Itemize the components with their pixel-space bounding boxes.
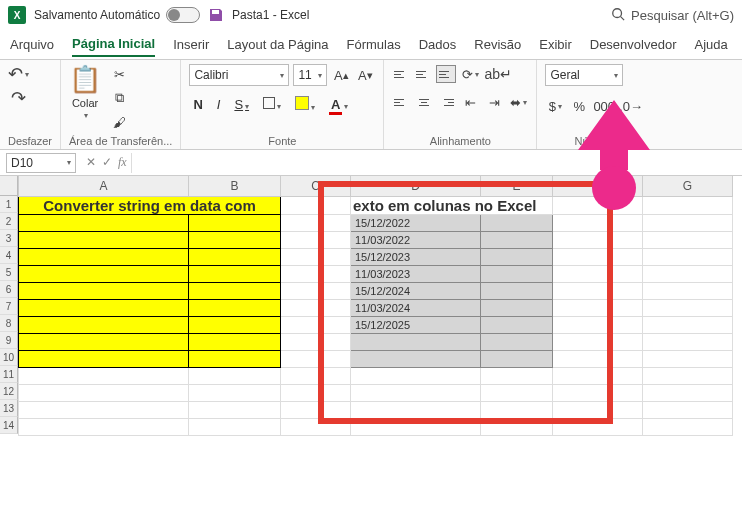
toggle-switch-icon[interactable]	[166, 7, 200, 23]
cell[interactable]	[189, 265, 281, 282]
cell[interactable]	[19, 265, 189, 282]
cell[interactable]	[281, 248, 351, 265]
wrap-text-button[interactable]: ab↵	[484, 64, 512, 84]
row-header[interactable]: 10	[0, 349, 18, 366]
cell[interactable]: 15/12/2023	[351, 248, 481, 265]
cell[interactable]	[281, 299, 351, 316]
align-bottom-button[interactable]	[436, 65, 456, 83]
cell[interactable]	[189, 418, 281, 435]
row-header[interactable]: 14	[0, 417, 18, 434]
cell[interactable]	[553, 282, 643, 299]
cell[interactable]	[643, 299, 733, 316]
cell[interactable]	[643, 265, 733, 282]
cell[interactable]	[281, 282, 351, 299]
italic-button[interactable]: I	[213, 97, 225, 112]
row-header[interactable]: 6	[0, 281, 18, 298]
orientation-button[interactable]: ⟳▾	[460, 64, 480, 84]
cell[interactable]	[481, 367, 553, 384]
cell[interactable]	[281, 231, 351, 248]
merge-button[interactable]: ⬌▾	[508, 92, 528, 112]
cell[interactable]	[481, 265, 553, 282]
percent-button[interactable]: %	[569, 96, 589, 116]
cell[interactable]	[643, 418, 733, 435]
enter-formula-icon[interactable]: ✓	[102, 155, 112, 170]
fill-color-button[interactable]: ▾	[291, 96, 319, 113]
cell[interactable]	[19, 350, 189, 367]
cell[interactable]	[643, 196, 733, 214]
cell[interactable]	[351, 384, 481, 401]
row-header[interactable]: 11	[0, 366, 18, 383]
col-header[interactable]: F	[553, 176, 643, 196]
cell[interactable]	[643, 231, 733, 248]
cell[interactable]	[281, 265, 351, 282]
cell[interactable]	[481, 350, 553, 367]
cell[interactable]	[19, 282, 189, 299]
cell[interactable]	[19, 401, 189, 418]
cell[interactable]	[481, 248, 553, 265]
cell[interactable]	[189, 350, 281, 367]
cell[interactable]	[553, 401, 643, 418]
row-header[interactable]: 13	[0, 400, 18, 417]
cell[interactable]	[19, 299, 189, 316]
cut-button[interactable]: ✂	[109, 64, 129, 84]
cell[interactable]	[19, 333, 189, 350]
cell-title-right[interactable]: exto em colunas no Excel	[351, 196, 553, 214]
increase-indent-button[interactable]: ⇥	[484, 92, 504, 112]
cell[interactable]	[553, 367, 643, 384]
cell[interactable]	[553, 299, 643, 316]
cell[interactable]	[189, 231, 281, 248]
cell[interactable]	[553, 265, 643, 282]
cell[interactable]	[19, 248, 189, 265]
row-header[interactable]: 9	[0, 332, 18, 349]
cell[interactable]	[481, 316, 553, 333]
cell[interactable]	[281, 196, 351, 214]
select-all-corner[interactable]	[0, 176, 18, 196]
cell[interactable]	[643, 350, 733, 367]
cell[interactable]	[19, 418, 189, 435]
currency-button[interactable]: $▾	[545, 96, 565, 116]
undo-button[interactable]: ↶▾	[8, 64, 29, 84]
font-size-select[interactable]: 11▾	[293, 64, 327, 86]
name-box[interactable]: D10▾	[6, 153, 76, 173]
underline-button[interactable]: S▾	[230, 97, 253, 112]
row-header[interactable]: 5	[0, 264, 18, 281]
cell[interactable]	[481, 333, 553, 350]
bold-button[interactable]: N	[189, 97, 206, 112]
fx-icon[interactable]: fx	[118, 155, 127, 170]
cell[interactable]	[553, 231, 643, 248]
col-header[interactable]: B	[189, 176, 281, 196]
cell[interactable]	[481, 231, 553, 248]
border-button[interactable]: ▾	[259, 97, 285, 112]
cell[interactable]	[643, 316, 733, 333]
cell[interactable]	[19, 231, 189, 248]
cell[interactable]: 15/12/2025	[351, 316, 481, 333]
cell[interactable]	[481, 401, 553, 418]
row-header[interactable]: 7	[0, 298, 18, 315]
cell[interactable]	[281, 418, 351, 435]
tab-insert[interactable]: Inserir	[173, 33, 209, 56]
col-header[interactable]: D	[351, 176, 481, 196]
cell[interactable]	[553, 248, 643, 265]
redo-button[interactable]: ↷	[8, 88, 29, 108]
cell[interactable]	[553, 316, 643, 333]
tab-developer[interactable]: Desenvolvedor	[590, 33, 677, 56]
tab-home[interactable]: Página Inicial	[72, 32, 155, 57]
cell[interactable]	[643, 401, 733, 418]
cell[interactable]	[281, 384, 351, 401]
cell[interactable]	[643, 367, 733, 384]
row-header[interactable]: 3	[0, 230, 18, 247]
align-center-button[interactable]	[414, 93, 434, 111]
cell[interactable]	[553, 384, 643, 401]
cell[interactable]	[189, 316, 281, 333]
cell[interactable]	[281, 214, 351, 231]
cell[interactable]	[643, 214, 733, 231]
search-box[interactable]: Pesquisar (Alt+G)	[611, 7, 734, 24]
row-header[interactable]: 4	[0, 247, 18, 264]
cell[interactable]	[189, 214, 281, 231]
format-painter-button[interactable]: 🖌	[109, 112, 129, 132]
number-format-select[interactable]: Geral▾	[545, 64, 623, 86]
align-top-button[interactable]	[392, 65, 412, 83]
cell[interactable]	[643, 248, 733, 265]
increase-font-button[interactable]: A▴	[331, 65, 351, 85]
cell[interactable]	[481, 299, 553, 316]
